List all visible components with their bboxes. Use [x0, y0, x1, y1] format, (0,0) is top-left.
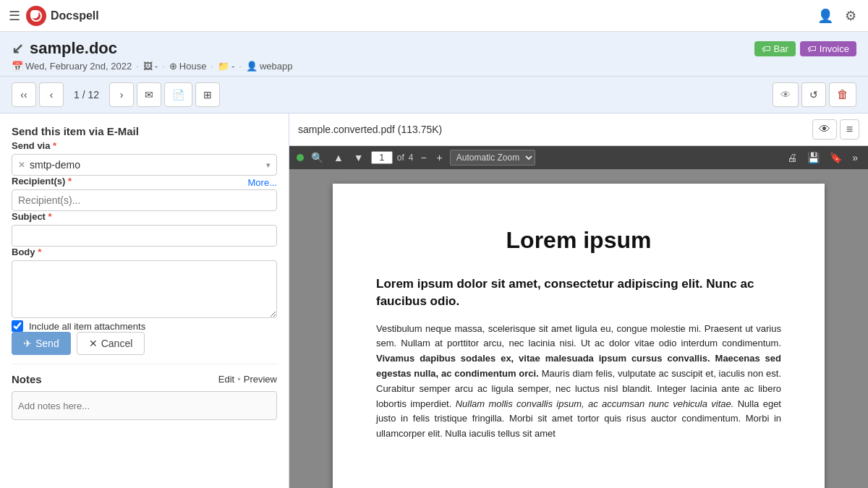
body-label: Body *: [12, 247, 277, 257]
pdf-indicator: [297, 154, 304, 161]
menu-icon[interactable]: ☰: [9, 8, 20, 24]
toolbar-right: 👁 ↺ 🗑: [773, 82, 856, 107]
pdf-zoom-in-button[interactable]: +: [434, 150, 446, 165]
pdf-menu-button[interactable]: ≡: [840, 119, 859, 140]
app-name: Docspell: [51, 9, 99, 22]
page-indicator: 1 / 12: [67, 82, 106, 107]
main-content: Send this item via E-Mail Send via * ✕ s…: [0, 114, 868, 488]
tag-invoice[interactable]: 🏷 Invoice: [800, 41, 856, 56]
first-page-button[interactable]: ‹‹: [12, 82, 36, 107]
doc-tags: 🏷 Bar 🏷 Invoice: [754, 41, 856, 56]
recipients-input[interactable]: [12, 189, 277, 211]
recipients-header: Recipient(s) * More...: [12, 176, 277, 189]
pdf-zoom-select[interactable]: Automatic Zoom: [450, 150, 535, 166]
notes-section: Notes Edit • Preview: [12, 364, 277, 420]
notes-sep: •: [237, 374, 241, 385]
cancel-icon: ✕: [89, 338, 98, 349]
doc-title: sample.doc: [30, 39, 117, 58]
next-page-button[interactable]: ›: [109, 82, 134, 107]
prev-page-button[interactable]: ‹: [39, 82, 64, 107]
pdf-body-italic1: Nullam mollis convallis ipsum, ac accums…: [456, 398, 734, 409]
form-actions: ✈ Send ✕ Cancel: [12, 332, 277, 355]
doc-org: ⊕ House: [169, 61, 207, 72]
eye-slash-button[interactable]: 👁: [773, 82, 799, 107]
pdf-page-input[interactable]: [371, 151, 393, 164]
org-icon: ⊕: [169, 61, 177, 72]
pdf-more-button[interactable]: »: [849, 150, 861, 165]
pdf-bookmark-button[interactable]: 🔖: [827, 150, 845, 165]
subject-input[interactable]: [12, 225, 277, 247]
tag-icon: 🏷: [762, 43, 771, 54]
pdf-body-text1: Vestibulum neque massa, scelerisque sit …: [376, 323, 781, 349]
user-icon[interactable]: 👤: [814, 5, 836, 27]
notes-header: Notes Edit • Preview: [12, 373, 277, 385]
tag-bar[interactable]: 🏷 Bar: [754, 41, 796, 56]
pdf-page: Lorem ipsum Lorem ipsum dolor sit amet, …: [333, 184, 825, 488]
app-logo: Docspell: [26, 6, 99, 26]
pdf-subtitle: Lorem ipsum dolor sit amet, consectetur …: [376, 275, 781, 310]
subject-label: Subject *: [12, 211, 277, 222]
topnav: ☰ Docspell 👤 ⚙: [0, 0, 868, 32]
image-icon: 🖼: [143, 61, 153, 72]
doc-tag-meta: 🖼 -: [143, 61, 158, 72]
pdf-body: Vestibulum neque massa, scelerisque sit …: [376, 322, 781, 442]
cancel-button[interactable]: ✕ Cancel: [77, 332, 145, 355]
doc-title-row: ↙ sample.doc 🏷 Bar 🏷 Invoice: [12, 39, 856, 58]
pdf-viewer: sample.converted.pdf (113.75K) 👁 ≡ 🔍 ▲ ▼…: [289, 114, 868, 488]
folder-icon: 📁: [218, 61, 229, 72]
pdf-total-pages: 4: [409, 153, 414, 163]
owner-icon: 👤: [246, 61, 258, 72]
pdf-main-title: Lorem ipsum: [376, 227, 781, 254]
doc-arrow-icon: ↙: [12, 40, 24, 57]
body-textarea[interactable]: [12, 260, 277, 318]
recipients-field: Recipient(s) * More...: [12, 176, 277, 211]
page-info: 1 / 12: [67, 82, 106, 107]
pdf-header: sample.converted.pdf (113.75K) 👁 ≡: [289, 114, 868, 146]
email-form: Send this item via E-Mail Send via * ✕ s…: [12, 125, 277, 355]
main-toolbar: ‹‹ ‹ 1 / 12 › ✉ 📄 ⊞ 👁 ↺ 🗑: [0, 77, 868, 114]
pdf-toolbar: 🔍 ▲ ▼ of 4 − + Automatic Zoom 🖨 💾 🔖 »: [289, 146, 868, 169]
notes-edit-button[interactable]: Edit: [218, 374, 234, 385]
pdf-print-button[interactable]: 🖨: [784, 150, 800, 165]
pdf-zoom-out-button[interactable]: −: [417, 150, 429, 165]
email-view-button[interactable]: ✉: [137, 82, 161, 107]
send-via-field: Send via * ✕ smtp-demo ▾: [12, 140, 277, 176]
attachments-label: Include all item attachments: [29, 321, 145, 332]
pdf-up-button[interactable]: ▲: [331, 150, 346, 165]
chevron-down-icon: ▾: [266, 160, 271, 170]
send-button[interactable]: ✈ Send: [12, 332, 71, 355]
calendar-icon: 📅: [12, 61, 23, 72]
doc-view-button[interactable]: 📄: [164, 82, 192, 107]
refresh-button[interactable]: ↺: [801, 82, 826, 107]
logo-icon: [26, 6, 46, 26]
clear-icon[interactable]: ✕: [18, 160, 25, 170]
attachments-row: Include all item attachments: [12, 320, 277, 332]
more-link[interactable]: More...: [248, 177, 277, 188]
send-via-label: Send via *: [12, 140, 277, 151]
send-icon: ✈: [23, 338, 32, 349]
pdf-down-button[interactable]: ▼: [351, 150, 367, 165]
grid-view-button[interactable]: ⊞: [195, 82, 220, 107]
notes-title: Notes: [12, 373, 42, 385]
pdf-content[interactable]: Lorem ipsum Lorem ipsum dolor sit amet, …: [289, 169, 868, 488]
pdf-eye-button[interactable]: 👁: [812, 119, 837, 140]
doc-meta: 📅 Wed, February 2nd, 2022 · 🖼 - · ⊕ Hous…: [12, 61, 856, 72]
subject-field: Subject *: [12, 211, 277, 247]
send-via-select[interactable]: ✕ smtp-demo ▾: [12, 154, 277, 176]
tag-icon2: 🏷: [807, 43, 817, 54]
attachments-checkbox[interactable]: [12, 320, 23, 332]
email-form-title: Send this item via E-Mail: [12, 125, 277, 137]
notes-input[interactable]: [12, 391, 277, 420]
settings-icon[interactable]: ⚙: [842, 5, 859, 27]
notes-preview-button[interactable]: Preview: [244, 374, 277, 385]
doc-owner: 👤 webapp: [246, 61, 293, 72]
pdf-search-button[interactable]: 🔍: [308, 150, 326, 165]
delete-button[interactable]: 🗑: [829, 82, 856, 107]
recipients-label: Recipient(s) *: [12, 176, 72, 187]
pdf-download-button[interactable]: 💾: [804, 150, 822, 165]
doc-date: 📅 Wed, February 2nd, 2022: [12, 61, 132, 72]
left-panel: Send this item via E-Mail Send via * ✕ s…: [0, 114, 289, 488]
body-field: Body *: [12, 247, 277, 320]
pdf-filename: sample.converted.pdf (113.75K): [298, 124, 442, 135]
pdf-of-text: of: [397, 153, 404, 163]
